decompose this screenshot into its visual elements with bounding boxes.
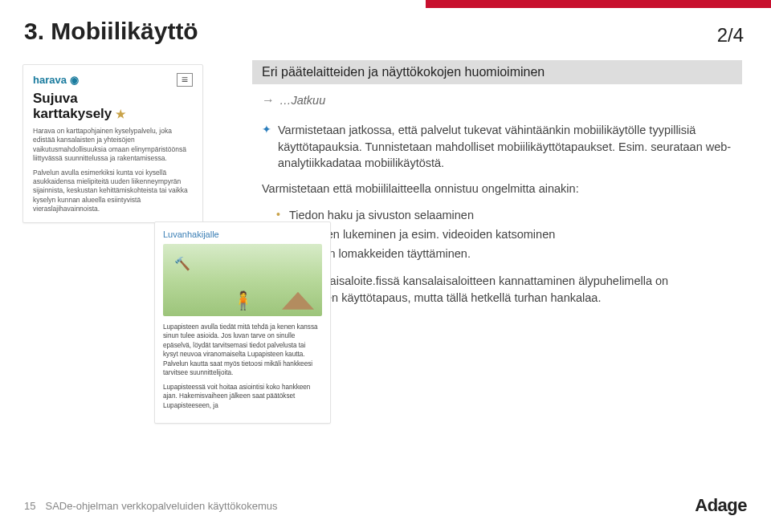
continues-intro-text: …Jatkuu <box>279 92 325 108</box>
subtitle-text: Eri päätelaitteiden ja näyttökokojen huo… <box>262 65 545 79</box>
list-item: Sisältöjen lukeminen ja esim. videoiden … <box>276 226 744 242</box>
mock-mid-text: Lupapisteen avulla tiedät mitä tehdä ja … <box>163 323 322 410</box>
footer-doc-title: SADe-ohjelman verkkopalveluiden käyttöko… <box>45 500 277 512</box>
mock-mid-label: Luvanhakijalle <box>163 229 322 241</box>
harava-brand-text: harava <box>33 73 67 87</box>
mock-card-body2: Palvelun avulla esimerkiksi kunta voi ky… <box>33 169 193 214</box>
list-item: Lyhyiden lomakkeiden täyttäminen. <box>276 246 744 262</box>
star-paragraph-text: Varmistetaan jatkossa, että palvelut tuk… <box>278 122 744 171</box>
wifi-icon: ◉ <box>70 73 79 87</box>
mock-title-line1: Sujuva <box>33 91 78 106</box>
menu-icon: ≡ <box>177 73 193 87</box>
paragraph-intro-list: Varmistetaan että mobiililaitteella onni… <box>262 181 744 197</box>
mock-card-lupapiste: Luvanhakijalle 🔨 🧍 Lupapisteen avulla ti… <box>154 221 331 424</box>
continues-outro: → Jatkuu… <box>262 315 744 333</box>
hammer-icon: 🔨 <box>174 255 190 273</box>
main-content: → …Jatkuu ✦ Varmistetaan jatkossa, että … <box>262 91 744 346</box>
star-paragraph: ✦ Varmistetaan jatkossa, että palvelut t… <box>262 122 744 171</box>
star-icon: ✦ <box>262 122 271 171</box>
mock-card-title: Sujuva karttakysely ★ <box>33 91 193 122</box>
page-title: 3. Mobiilikäyttö <box>24 18 198 45</box>
mock-card-header: harava ◉ ≡ <box>33 73 193 87</box>
subtitle-bar: Eri päätelaitteiden ja näyttökokojen huo… <box>252 60 742 84</box>
mock-mid-image: 🔨 🧍 <box>163 244 322 316</box>
mock-card-body: Harava on karttapohjainen kyselypalvelu,… <box>33 127 193 164</box>
paragraph-example: Esim. Kansalaisaloite.fissä kansalaisalo… <box>262 273 744 306</box>
star-icon: ★ <box>116 108 126 120</box>
mock-mid-p1: Lupapisteen avulla tiedät mitä tehdä ja … <box>163 323 322 378</box>
footer-page-number: 15 <box>24 500 35 512</box>
accent-bar <box>426 0 771 8</box>
mock-mid-p2: Lupapisteessä voit hoitaa asiointisi kok… <box>163 383 322 410</box>
harava-logo: harava ◉ <box>33 73 79 87</box>
screenshot-stack: harava ◉ ≡ Sujuva karttakysely ★ Harava … <box>22 64 247 223</box>
bullet-list: Tiedon haku ja sivuston selaaminen Sisäl… <box>276 207 744 262</box>
footer-left: 15 SADe-ohjelman verkkopalveluiden käytt… <box>24 500 278 512</box>
adage-logo: Adage <box>695 495 747 516</box>
arrow-right-icon: → <box>262 91 275 109</box>
continues-intro: → …Jatkuu <box>262 91 744 109</box>
mock-card-harava: harava ◉ ≡ Sujuva karttakysely ★ Harava … <box>22 64 203 223</box>
page-counter: 2/4 <box>717 24 744 47</box>
list-item: Tiedon haku ja sivuston selaaminen <box>276 207 744 223</box>
roof-shape <box>282 292 314 310</box>
person-icon: 🧍 <box>232 289 254 313</box>
mock-title-line2: karttakysely <box>33 106 112 121</box>
footer: 15 SADe-ohjelman verkkopalveluiden käytt… <box>24 495 747 516</box>
